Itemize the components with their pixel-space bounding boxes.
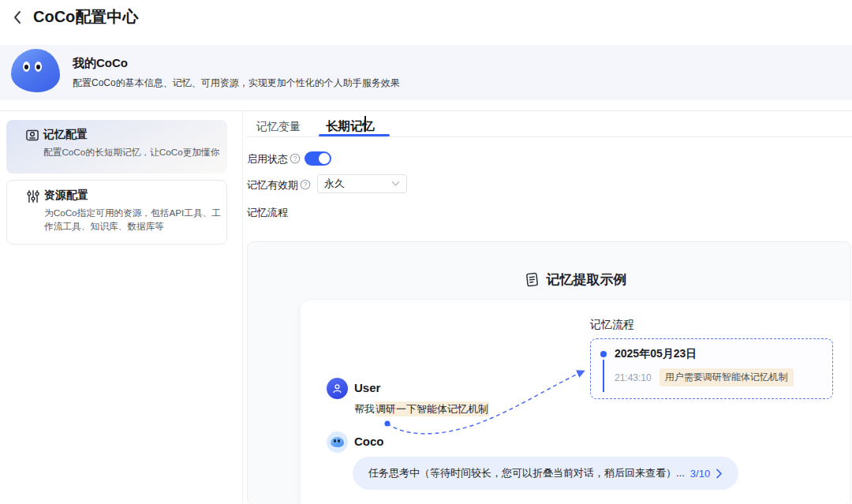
- avatar-eye: [23, 62, 30, 72]
- chevron-right-icon: [716, 469, 723, 479]
- svg-text:?: ?: [304, 181, 308, 189]
- coco-name: Coco: [354, 435, 384, 448]
- memory-validity-label: 记忆有效期: [247, 178, 298, 192]
- agent-name: 我的CoCo: [73, 56, 128, 71]
- memory-extract-box: 2025年05月23日 21:43:10 用户需要调研智能体记忆机制: [590, 338, 833, 399]
- sidebar-item-resource-config[interactable]: 资源配置 为CoCo指定可用的资源，包括API工具、工作流工具、知识库、数据库等: [6, 180, 227, 245]
- resource-config-icon: [26, 189, 40, 203]
- text-cursor: [364, 116, 366, 132]
- memory-time: 21:43:10: [615, 372, 652, 383]
- tab-memory-variables[interactable]: 记忆变量: [256, 120, 301, 134]
- svg-text:?: ?: [293, 155, 297, 162]
- coco-avatar-small: [327, 431, 348, 453]
- example-card: 记忆流程 2025年05月23日 21:43:10 用户需要调研智能体记忆机制: [301, 301, 851, 504]
- coco-avatar: [11, 49, 60, 92]
- enable-toggle[interactable]: [305, 151, 331, 166]
- task-thinking-pill[interactable]: 任务思考中（等待时间较长，您可以折叠当前对话，稍后回来查看）... 3/10: [353, 457, 738, 490]
- help-question-icon[interactable]: ?: [300, 179, 311, 190]
- back-chevron-icon[interactable]: [9, 7, 25, 28]
- timeline-dot: [600, 351, 607, 357]
- memory-date: 2025年05月23日: [615, 347, 697, 361]
- user-message-highlight: 调研一下智能体记忆机制: [375, 401, 489, 416]
- validity-select[interactable]: 永久: [317, 174, 407, 193]
- chevron-down-icon: [391, 181, 400, 187]
- agent-description: 配置CoCo的基本信息、记忆、可用资源，实现更加个性化的个人助手服务效果: [73, 77, 400, 90]
- memory-config-icon: [25, 129, 39, 143]
- memory-flow-caption: 记忆流程: [590, 318, 634, 332]
- sidebar-item-title: 资源配置: [44, 189, 88, 203]
- user-name: User: [354, 381, 380, 394]
- sidebar-item-title: 记忆配置: [43, 128, 88, 142]
- validity-selected-value: 永久: [324, 177, 391, 191]
- sidebar-item-desc: 配置CoCo的长短期记忆，让CoCo更加懂你: [43, 145, 223, 159]
- example-title: 记忆提取示例: [547, 271, 627, 289]
- help-question-icon[interactable]: ?: [290, 153, 301, 164]
- avatar-eye: [35, 62, 42, 72]
- tabbar-border: [247, 136, 852, 137]
- memory-flow-panel: 记忆提取示例 记忆流程 2025年05月23日 21:43:10 用户需要调研智…: [247, 241, 851, 504]
- toggle-knob: [319, 153, 330, 164]
- memory-chip: 用户需要调研智能体记忆机制: [660, 368, 794, 386]
- sidebar-item-desc: 为CoCo指定可用的资源，包括API工具、工作流工具、知识库、数据库等: [44, 206, 224, 233]
- coco-blob-icon: [331, 437, 344, 447]
- task-progress: 3/10: [690, 468, 710, 480]
- user-message: 帮我调研一下智能体记忆机制: [354, 402, 489, 416]
- vertical-divider: [242, 111, 243, 504]
- enable-status-label: 启用状态: [247, 152, 288, 166]
- agent-banner: 我的CoCo 配置CoCo的基本信息、记忆、可用资源，实现更加个性化的个人助手服…: [0, 45, 852, 100]
- task-status-text: 任务思考中（等待时间较长，您可以折叠当前对话，稍后回来查看）...: [368, 466, 685, 480]
- horizontal-divider: [0, 110, 852, 111]
- coco-config-page: CoCo配置中心 我的CoCo 配置CoCo的基本信息、记忆、可用资源，实现更加…: [0, 0, 852, 504]
- sidebar-item-memory-config[interactable]: 记忆配置 配置CoCo的长短期记忆，让CoCo更加懂你: [6, 120, 227, 174]
- user-avatar: [327, 378, 348, 399]
- tab-long-term-memory[interactable]: 长期记忆: [326, 118, 375, 135]
- memory-entry: 21:43:10 用户需要调研智能体记忆机制: [615, 368, 794, 386]
- user-message-prefix: 帮我: [354, 403, 375, 415]
- memory-flow-label: 记忆流程: [247, 206, 288, 220]
- memo-icon: [524, 271, 540, 288]
- example-heading: 记忆提取示例: [301, 271, 850, 289]
- page-header: CoCo配置中心: [9, 6, 138, 28]
- timeline-line: [603, 360, 604, 392]
- page-title: CoCo配置中心: [33, 6, 138, 28]
